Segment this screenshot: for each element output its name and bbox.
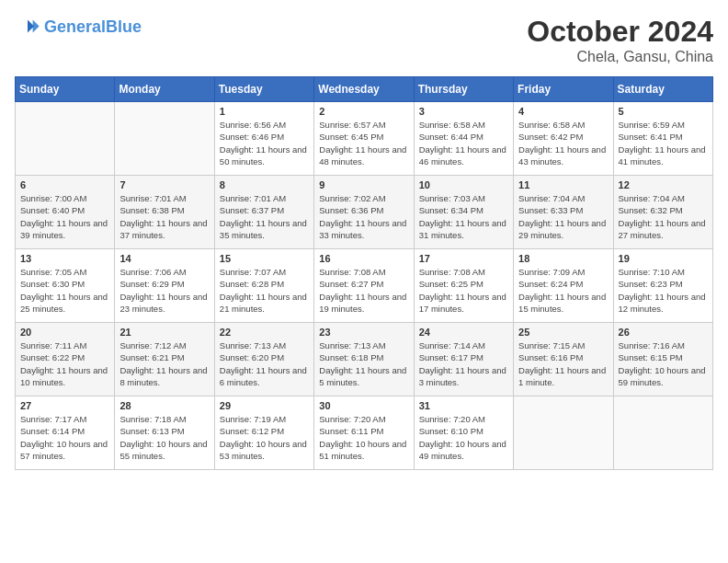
day-detail: Sunrise: 7:14 AM Sunset: 6:17 PM Dayligh… [419, 339, 508, 388]
calendar-cell: 13Sunrise: 7:05 AM Sunset: 6:30 PM Dayli… [16, 249, 115, 323]
calendar-cell: 28Sunrise: 7:18 AM Sunset: 6:13 PM Dayli… [115, 396, 214, 470]
calendar-cell [115, 102, 214, 176]
calendar-cell: 15Sunrise: 7:07 AM Sunset: 6:28 PM Dayli… [214, 249, 313, 323]
day-number: 2 [319, 106, 408, 117]
calendar-week-row: 20Sunrise: 7:11 AM Sunset: 6:22 PM Dayli… [16, 323, 713, 396]
calendar-cell: 3Sunrise: 6:58 AM Sunset: 6:44 PM Daylig… [414, 102, 513, 176]
calendar-cell: 31Sunrise: 7:20 AM Sunset: 6:10 PM Dayli… [414, 396, 513, 470]
day-number: 28 [119, 400, 209, 411]
day-detail: Sunrise: 7:19 AM Sunset: 6:12 PM Dayligh… [220, 413, 309, 462]
calendar-cell: 6Sunrise: 7:00 AM Sunset: 6:40 PM Daylig… [16, 176, 115, 249]
day-detail: Sunrise: 7:13 AM Sunset: 6:20 PM Dayligh… [220, 339, 309, 388]
calendar-cell: 4Sunrise: 6:58 AM Sunset: 6:42 PM Daylig… [514, 102, 613, 176]
weekday-header-tuesday: Tuesday [214, 77, 313, 102]
logo-general: General [44, 17, 106, 36]
weekday-header-monday: Monday [115, 77, 214, 102]
calendar-cell: 25Sunrise: 7:15 AM Sunset: 6:16 PM Dayli… [514, 323, 613, 396]
calendar-cell: 7Sunrise: 7:01 AM Sunset: 6:38 PM Daylig… [115, 176, 214, 249]
calendar-week-row: 1Sunrise: 6:56 AM Sunset: 6:46 PM Daylig… [16, 102, 713, 176]
day-number: 23 [319, 327, 408, 338]
day-number: 21 [119, 327, 209, 338]
weekday-header-wednesday: Wednesday [314, 77, 414, 102]
day-detail: Sunrise: 6:58 AM Sunset: 6:44 PM Dayligh… [419, 119, 508, 167]
day-number: 13 [20, 253, 109, 264]
calendar-cell: 16Sunrise: 7:08 AM Sunset: 6:27 PM Dayli… [314, 249, 414, 323]
calendar-week-row: 13Sunrise: 7:05 AM Sunset: 6:30 PM Dayli… [16, 249, 713, 323]
day-detail: Sunrise: 7:20 AM Sunset: 6:11 PM Dayligh… [319, 413, 408, 462]
day-detail: Sunrise: 6:58 AM Sunset: 6:42 PM Dayligh… [518, 119, 608, 167]
day-detail: Sunrise: 7:13 AM Sunset: 6:18 PM Dayligh… [319, 339, 408, 388]
logo-text: GeneralBlue [44, 18, 142, 37]
day-number: 5 [619, 106, 708, 117]
day-number: 10 [419, 179, 508, 190]
calendar-cell: 9Sunrise: 7:02 AM Sunset: 6:36 PM Daylig… [314, 176, 414, 249]
day-number: 29 [220, 400, 309, 411]
calendar-cell: 2Sunrise: 6:57 AM Sunset: 6:45 PM Daylig… [314, 102, 414, 176]
day-detail: Sunrise: 6:59 AM Sunset: 6:41 PM Dayligh… [619, 119, 708, 167]
calendar-cell [514, 396, 613, 470]
title-block: October 2024 Chela, Gansu, China [527, 15, 713, 65]
calendar-cell: 17Sunrise: 7:08 AM Sunset: 6:25 PM Dayli… [414, 249, 513, 323]
day-number: 14 [119, 253, 209, 264]
day-number: 1 [220, 106, 309, 117]
weekday-header-saturday: Saturday [613, 77, 712, 102]
calendar-cell: 20Sunrise: 7:11 AM Sunset: 6:22 PM Dayli… [16, 323, 115, 396]
weekday-header-thursday: Thursday [414, 77, 513, 102]
day-detail: Sunrise: 7:10 AM Sunset: 6:23 PM Dayligh… [619, 266, 708, 315]
calendar-cell: 29Sunrise: 7:19 AM Sunset: 6:12 PM Dayli… [214, 396, 313, 470]
calendar-cell: 30Sunrise: 7:20 AM Sunset: 6:11 PM Dayli… [314, 396, 414, 470]
day-number: 19 [619, 253, 708, 264]
day-detail: Sunrise: 7:11 AM Sunset: 6:22 PM Dayligh… [20, 339, 109, 388]
weekday-header-row: SundayMondayTuesdayWednesdayThursdayFrid… [16, 77, 713, 102]
calendar-cell: 24Sunrise: 7:14 AM Sunset: 6:17 PM Dayli… [414, 323, 513, 396]
day-number: 17 [419, 253, 508, 264]
logo-icon [15, 15, 40, 40]
day-number: 30 [319, 400, 408, 411]
day-number: 24 [419, 327, 508, 338]
calendar-cell: 1Sunrise: 6:56 AM Sunset: 6:46 PM Daylig… [214, 102, 313, 176]
day-number: 15 [220, 253, 309, 264]
day-number: 11 [518, 179, 608, 190]
day-number: 6 [20, 179, 109, 190]
day-detail: Sunrise: 6:56 AM Sunset: 6:46 PM Dayligh… [220, 119, 309, 167]
calendar-cell: 8Sunrise: 7:01 AM Sunset: 6:37 PM Daylig… [214, 176, 313, 249]
calendar-cell: 12Sunrise: 7:04 AM Sunset: 6:32 PM Dayli… [613, 176, 712, 249]
calendar-table: SundayMondayTuesdayWednesdayThursdayFrid… [15, 76, 713, 470]
day-detail: Sunrise: 7:00 AM Sunset: 6:40 PM Dayligh… [20, 192, 109, 241]
day-detail: Sunrise: 7:09 AM Sunset: 6:24 PM Dayligh… [518, 266, 608, 315]
calendar-week-row: 27Sunrise: 7:17 AM Sunset: 6:14 PM Dayli… [16, 396, 713, 470]
day-detail: Sunrise: 7:08 AM Sunset: 6:27 PM Dayligh… [319, 266, 408, 315]
calendar-cell: 26Sunrise: 7:16 AM Sunset: 6:15 PM Dayli… [613, 323, 712, 396]
day-detail: Sunrise: 7:08 AM Sunset: 6:25 PM Dayligh… [419, 266, 508, 315]
calendar-cell: 23Sunrise: 7:13 AM Sunset: 6:18 PM Dayli… [314, 323, 414, 396]
calendar-cell [613, 396, 712, 470]
day-detail: Sunrise: 7:01 AM Sunset: 6:37 PM Dayligh… [220, 192, 309, 241]
logo: GeneralBlue [15, 15, 142, 40]
weekday-header-sunday: Sunday [16, 77, 115, 102]
day-number: 8 [220, 179, 309, 190]
day-number: 4 [518, 106, 608, 117]
calendar-cell: 18Sunrise: 7:09 AM Sunset: 6:24 PM Dayli… [514, 249, 613, 323]
day-detail: Sunrise: 7:12 AM Sunset: 6:21 PM Dayligh… [119, 339, 209, 388]
logo-blue: Blue [106, 17, 142, 36]
calendar-cell: 5Sunrise: 6:59 AM Sunset: 6:41 PM Daylig… [613, 102, 712, 176]
day-detail: Sunrise: 7:03 AM Sunset: 6:34 PM Dayligh… [419, 192, 508, 241]
day-number: 3 [419, 106, 508, 117]
calendar-cell: 11Sunrise: 7:04 AM Sunset: 6:33 PM Dayli… [514, 176, 613, 249]
day-number: 31 [419, 400, 508, 411]
day-detail: Sunrise: 7:07 AM Sunset: 6:28 PM Dayligh… [220, 266, 309, 315]
calendar-cell: 14Sunrise: 7:06 AM Sunset: 6:29 PM Dayli… [115, 249, 214, 323]
day-detail: Sunrise: 7:05 AM Sunset: 6:30 PM Dayligh… [20, 266, 109, 315]
day-detail: Sunrise: 7:04 AM Sunset: 6:33 PM Dayligh… [518, 192, 608, 241]
month-title: October 2024 [527, 15, 713, 49]
day-number: 22 [220, 327, 309, 338]
day-detail: Sunrise: 7:16 AM Sunset: 6:15 PM Dayligh… [619, 339, 708, 388]
day-number: 12 [619, 179, 708, 190]
day-detail: Sunrise: 7:04 AM Sunset: 6:32 PM Dayligh… [619, 192, 708, 241]
calendar-week-row: 6Sunrise: 7:00 AM Sunset: 6:40 PM Daylig… [16, 176, 713, 249]
day-number: 27 [20, 400, 109, 411]
calendar-cell [16, 102, 115, 176]
calendar-cell: 27Sunrise: 7:17 AM Sunset: 6:14 PM Dayli… [16, 396, 115, 470]
day-detail: Sunrise: 7:15 AM Sunset: 6:16 PM Dayligh… [518, 339, 608, 388]
page-header: GeneralBlue October 2024 Chela, Gansu, C… [15, 15, 713, 65]
